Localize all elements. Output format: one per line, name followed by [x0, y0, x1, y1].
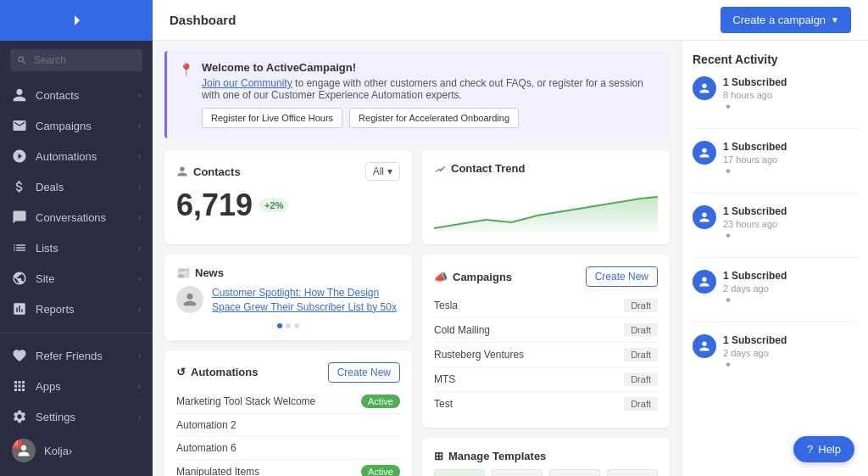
help-button[interactable]: ? Help [793, 436, 854, 462]
left-column: 📰 News Customer Spotlight: How The Desig… [164, 255, 412, 476]
campaign-name: Rusteberg Ventures [434, 349, 524, 361]
create-campaign-button[interactable]: Create a campaign ▼ [721, 7, 851, 33]
activity-info-2: 1 Subscribed 17 hours ago [723, 141, 858, 181]
chevron-icon: › [138, 382, 141, 391]
person-icon [723, 168, 733, 178]
chevron-icon: › [138, 182, 141, 192]
news-header: 📰 News [176, 266, 400, 279]
bottom-cards-grid: 📰 News Customer Spotlight: How The Desig… [164, 255, 670, 476]
sidebar-item-label: Reports [36, 303, 138, 316]
chevron-icon: › [138, 213, 141, 222]
dropdown-arrow-icon: ▼ [831, 15, 839, 25]
person-icon [723, 104, 733, 114]
sidebar-item-settings[interactable]: Settings › [0, 401, 153, 432]
news-title: 📰 News [176, 266, 224, 279]
search-icon [17, 55, 27, 65]
sidebar-item-refer-friends[interactable]: Refer Friends › [0, 340, 153, 371]
contacts-card-header: Contacts All ▾ [176, 162, 400, 181]
sidebar-item-apps[interactable]: Apps › [0, 371, 153, 401]
activity-avatar-5 [693, 334, 716, 358]
activity-title: Recent Activity [693, 53, 858, 66]
template-thumb-3[interactable] [549, 469, 600, 476]
campaign-item: Rusteberg Ventures Draft [434, 343, 658, 367]
community-link[interactable]: Join our Community [202, 77, 292, 89]
news-dot-2[interactable] [286, 323, 291, 328]
chevron-icon: › [138, 121, 141, 131]
sidebar-item-site[interactable]: Site › [0, 263, 153, 294]
welcome-banner: 📍 Welcome to ActiveCampaign! Join our Co… [164, 51, 670, 138]
create-automation-button[interactable]: Create New [328, 362, 400, 383]
templates-title: ⊞ Manage Templates [434, 450, 546, 462]
template-thumb-2[interactable] [492, 469, 542, 476]
search-input[interactable] [10, 49, 142, 71]
avatar: 3 [12, 439, 36, 462]
site-icon [12, 271, 27, 286]
dashboard-main: 📍 Welcome to ActiveCampaign! Join our Co… [153, 41, 682, 476]
settings-icon [12, 409, 27, 424]
topbar: Dashboard Create a campaign ▼ [153, 0, 868, 41]
user-profile[interactable]: 3 Kolja › [0, 432, 153, 469]
activity-sub [723, 297, 858, 310]
draft-badge: Draft [624, 348, 658, 361]
chevron-icon: › [138, 152, 141, 161]
sidebar-item-label: Campaigns [36, 120, 138, 132]
sidebar-item-label: Lists [36, 242, 138, 255]
campaign-name: Cold Mailing [434, 324, 490, 336]
draft-badge: Draft [624, 323, 658, 337]
logo-button[interactable] [0, 0, 153, 41]
welcome-title: Welcome to ActiveCampaign! [202, 61, 658, 74]
template-thumb-1[interactable] [434, 469, 485, 476]
sidebar-item-label: Conversations [36, 211, 138, 224]
right-column: 📣 Campaigns Create New Tesla Draft [422, 255, 670, 476]
sidebar-item-label: Apps [36, 380, 138, 393]
chevron-icon: › [69, 445, 72, 457]
news-link[interactable]: Customer Spotlight: How The Design Space… [212, 286, 400, 315]
news-dot-3[interactable] [294, 323, 299, 328]
draft-badge: Draft [624, 397, 658, 411]
sidebar-item-campaigns[interactable]: Campaigns › [0, 110, 153, 141]
template-thumb-4[interactable] [607, 469, 658, 476]
activity-info-1: 1 Subscribed 8 hours ago [723, 76, 858, 116]
automations-icon: ↺ [176, 366, 186, 378]
campaign-item: Tesla Draft [434, 294, 658, 318]
reports-icon [12, 301, 27, 316]
sidebar-item-automations[interactable]: Automations › [0, 141, 153, 171]
sidebar-item-conversations[interactable]: Conversations › [0, 202, 153, 232]
sidebar-item-reports[interactable]: Reports › [0, 294, 153, 324]
campaign-name: Test [434, 398, 453, 410]
automation-item: Manipulated Items Active [176, 460, 400, 476]
chevron-icon: › [138, 91, 141, 100]
trend-chart [434, 182, 658, 232]
trend-title: Contact Trend [434, 162, 525, 175]
live-office-hours-button[interactable]: Register for Live Office Hours [202, 108, 342, 128]
activity-info-5: 1 Subscribed 2 days ago [723, 334, 858, 374]
sidebar-item-deals[interactable]: Deals › [0, 171, 153, 202]
contacts-filter[interactable]: All ▾ [365, 162, 400, 181]
campaign-item: Test Draft [434, 392, 658, 416]
news-dot-1[interactable] [277, 323, 282, 328]
help-label: Help [818, 443, 841, 456]
subscribed-icon [698, 340, 710, 352]
activity-item: 1 Subscribed 2 days ago [693, 334, 858, 386]
activity-avatar-1 [693, 76, 716, 100]
templates-card: ⊞ Manage Templates [422, 438, 670, 476]
activity-sub [723, 232, 858, 245]
accelerated-onboarding-button[interactable]: Register for Accelerated Onboarding [349, 108, 519, 128]
activity-item: 1 Subscribed 23 hours ago [693, 205, 858, 258]
status-badge: Active [361, 395, 400, 408]
activity-time: 23 hours ago [723, 219, 858, 229]
growth-badge: +2% [259, 199, 288, 212]
templates-grid [434, 469, 658, 476]
create-campaign-card-button[interactable]: Create New [586, 266, 658, 287]
activity-item: 1 Subscribed 2 days ago [693, 270, 858, 322]
filter-chevron-icon: ▾ [387, 165, 392, 177]
sidebar-nav: Contacts › Campaigns › Automations › Dea… [0, 80, 153, 333]
sidebar-item-lists[interactable]: Lists › [0, 232, 153, 263]
contacts-card: Contacts All ▾ 6,719 +2% [164, 150, 412, 244]
person-icon [723, 361, 733, 372]
sidebar: Contacts › Campaigns › Automations › Dea… [0, 0, 153, 476]
news-icon: 📰 [176, 266, 190, 279]
sidebar-item-contacts[interactable]: Contacts › [0, 80, 153, 110]
campaign-item: Cold Mailing Draft [434, 318, 658, 343]
activity-label: 1 Subscribed [723, 141, 858, 153]
